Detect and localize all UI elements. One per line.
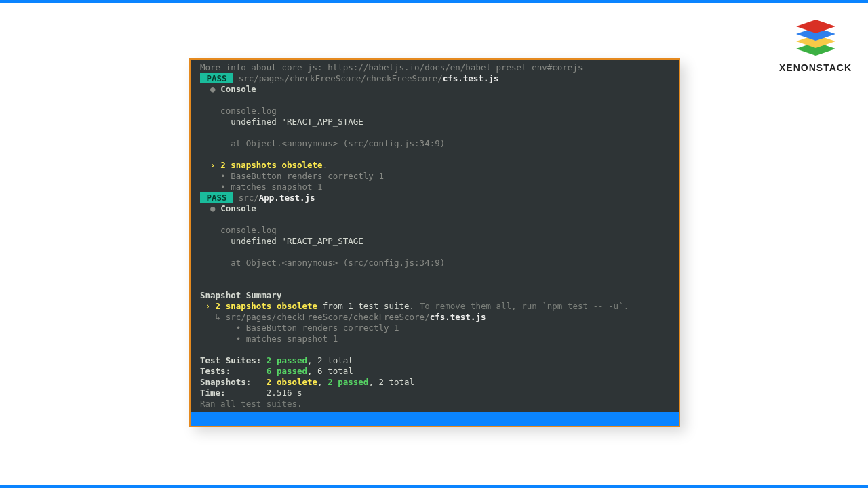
- console-log-1: console.log: [220, 106, 277, 116]
- test-suites-passed: 2 passed: [267, 355, 307, 365]
- undefined-env-2: undefined 'REACT_APP_STAGE': [231, 236, 368, 246]
- obsolete-count-2: 2 snapshots obsolete: [216, 301, 318, 311]
- pass-badge-1: PASS: [200, 73, 233, 83]
- console-log-2: console.log: [220, 225, 277, 235]
- terminal-window: More info about core-js: https://babeljs…: [189, 58, 680, 427]
- bottom-accent-bar: [0, 485, 868, 488]
- test-suites-total: , 2 total: [307, 355, 353, 365]
- terminal-status-bar: [191, 412, 679, 426]
- time-value: 2.516 s: [267, 388, 302, 398]
- summary-hint: To remove them all, run `npm test -- -u`…: [420, 301, 629, 311]
- brand-name: XENONSTACK: [779, 62, 852, 73]
- obsolete-count-1: 2 snapshots obsolete: [220, 160, 323, 170]
- obsolete-marker-1: ›: [210, 160, 220, 170]
- snapshots-passed: 2 passed: [328, 377, 368, 387]
- stacked-layers-icon: [792, 19, 840, 57]
- terminal-output: More info about core-js: https://babeljs…: [191, 60, 679, 412]
- snapshot-item-1a: • BaseButton renders correctly 1: [220, 171, 384, 181]
- top-accent-bar: [0, 0, 868, 3]
- tree-path-prefix: src/pages/checkFreeScore/checkFreeScore/: [226, 312, 430, 322]
- bullet-icon: ●: [210, 84, 216, 94]
- snapshot-summary-header: Snapshot Summary: [200, 290, 281, 300]
- svg-marker-3: [796, 20, 835, 33]
- tree-branch-icon: ↳: [216, 312, 226, 322]
- snapshots-total: , 2 total: [368, 377, 414, 387]
- obsolete-marker-2: ›: [205, 301, 216, 311]
- stack-trace-2: at Object.<anonymous> (src/config.js:34:…: [231, 258, 445, 268]
- brand-logo: XENONSTACK: [779, 19, 852, 73]
- snapshot-item-2a: • BaseButton renders correctly 1: [236, 323, 399, 333]
- corejs-info-line: More info about core-js: https://babeljs…: [200, 62, 583, 73]
- ran-all-line: Ran all test suites.: [200, 399, 302, 409]
- tests-label: Tests:: [200, 366, 267, 376]
- summary-from: from 1 test suite.: [323, 301, 414, 311]
- tests-total: , 6 total: [307, 366, 353, 376]
- test-path-2-prefix: src/: [239, 192, 259, 203]
- snapshots-label: Snapshots:: [200, 377, 267, 387]
- test-path-2-file: App.test.js: [259, 192, 315, 203]
- tree-path-file: cfs.test.js: [430, 312, 486, 322]
- undefined-env-1: undefined 'REACT_APP_STAGE': [231, 117, 368, 127]
- pass-badge-2: PASS: [200, 192, 233, 203]
- test-path-1-file: cfs.test.js: [443, 73, 499, 83]
- time-label: Time:: [200, 388, 267, 398]
- console-label-1: Console: [220, 84, 256, 94]
- snapshots-obsolete: 2 obsolete: [267, 377, 317, 387]
- test-suites-label: Test Suites:: [200, 355, 267, 365]
- test-path-1-prefix: src/pages/checkFreeScore/checkFreeScore/: [239, 73, 443, 83]
- snapshot-item-2b: • matches snapshot 1: [236, 333, 338, 344]
- bullet-icon: ●: [210, 203, 216, 214]
- tests-passed: 6 passed: [267, 366, 307, 376]
- stack-trace-1: at Object.<anonymous> (src/config.js:34:…: [231, 138, 445, 148]
- console-label-2: Console: [220, 203, 256, 214]
- snapshot-item-1b: • matches snapshot 1: [220, 182, 323, 192]
